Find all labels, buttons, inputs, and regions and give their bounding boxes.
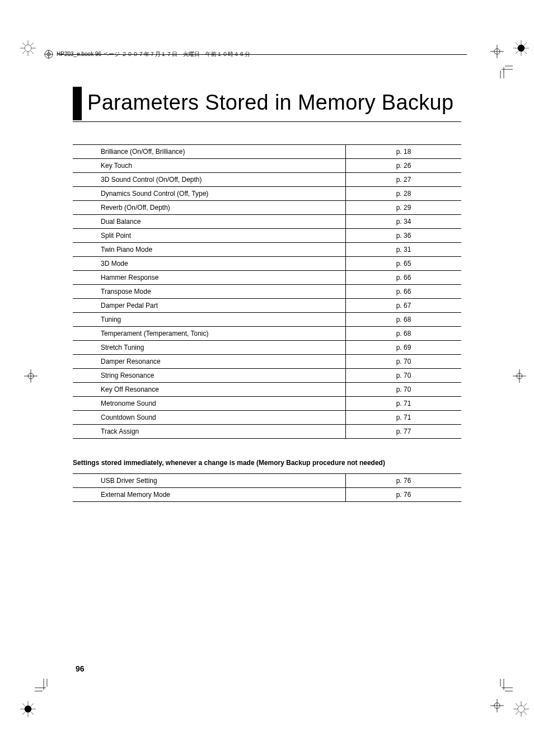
table-row: Brilliance (On/Off, Brilliance)p. 18 — [73, 144, 461, 158]
header-filename-text: HP203_e.book 96 ページ ２００７年７月１７日 火曜日 午前１０時… — [57, 50, 250, 58]
parameter-page-cell: p. 67 — [346, 298, 462, 312]
crop-mark-tr — [496, 62, 513, 78]
svg-line-8 — [22, 51, 25, 54]
svg-line-7 — [31, 43, 34, 45]
parameter-name-cell: Key Off Resonance — [73, 382, 346, 396]
page-number: 96 — [76, 664, 85, 673]
table-row: USB Driver Settingp. 76 — [73, 473, 461, 487]
parameter-name-cell: External Memory Mode — [73, 487, 346, 501]
table-row: Countdown Soundp. 71 — [73, 410, 461, 424]
crop-mark-br — [496, 679, 513, 696]
parameter-page-cell: p. 70 — [346, 368, 462, 382]
parameter-page-cell: p. 76 — [346, 473, 462, 487]
table-row: External Memory Modep. 76 — [73, 487, 461, 501]
page-title: Parameters Stored in Memory Backup — [87, 87, 453, 120]
parameter-page-cell: p. 66 — [346, 270, 462, 284]
svg-line-35 — [516, 712, 518, 715]
parameter-page-cell: p. 66 — [346, 284, 462, 298]
parameter-page-cell: p. 28 — [346, 186, 462, 200]
parameter-name-cell: Metronome Sound — [73, 396, 346, 410]
table-row: Dynamics Sound Control (Off, Type)p. 28 — [73, 186, 461, 200]
table-row: Tuningp. 68 — [73, 312, 461, 326]
reg-mark-mid-left — [24, 369, 38, 383]
table-row: Damper Resonancep. 70 — [73, 354, 461, 368]
parameter-page-cell: p. 26 — [346, 158, 462, 172]
table-row: Stretch Tuningp. 69 — [73, 340, 461, 354]
title-underline — [73, 121, 461, 122]
svg-line-32 — [516, 703, 518, 706]
corner-graphic-bl — [20, 701, 36, 717]
svg-line-15 — [524, 51, 527, 54]
svg-line-24 — [31, 712, 34, 715]
svg-line-33 — [524, 712, 527, 715]
table-row: 3D Sound Control (On/Off, Depth)p. 27 — [73, 172, 461, 186]
table-row: Hammer Responsep. 66 — [73, 270, 461, 284]
parameter-page-cell: p. 70 — [346, 382, 462, 396]
parameter-name-cell: Countdown Sound — [73, 410, 346, 424]
parameter-page-cell: p. 68 — [346, 326, 462, 340]
svg-line-26 — [22, 712, 25, 715]
parameter-page-cell: p. 31 — [346, 242, 462, 256]
parameter-page-cell: p. 76 — [346, 487, 462, 501]
parameter-name-cell: 3D Sound Control (On/Off, Depth) — [73, 172, 346, 186]
svg-line-6 — [31, 51, 34, 54]
table-row: Key Off Resonancep. 70 — [73, 382, 461, 396]
corner-graphic-br — [513, 701, 529, 717]
parameter-name-cell: USB Driver Setting — [73, 473, 346, 487]
parameter-page-cell: p. 71 — [346, 410, 462, 424]
svg-line-17 — [516, 51, 518, 54]
parameter-name-cell: Dynamics Sound Control (Off, Type) — [73, 186, 346, 200]
reg-mark-bottom-right — [490, 699, 504, 712]
parameter-name-cell: Damper Resonance — [73, 354, 346, 368]
table-row: Metronome Soundp. 71 — [73, 396, 461, 410]
parameter-name-cell: Damper Pedal Part — [73, 298, 346, 312]
section-heading-immediate: Settings stored immediately, whenever a … — [73, 459, 461, 467]
reg-mark-top-right — [490, 45, 504, 58]
svg-line-5 — [22, 43, 25, 45]
parameter-name-cell: String Resonance — [73, 368, 346, 382]
svg-line-14 — [516, 43, 518, 45]
parameter-name-cell: Key Touch — [73, 158, 346, 172]
table-row: Key Touchp. 26 — [73, 158, 461, 172]
header-ring-icon — [44, 50, 53, 59]
immediate-settings-table: USB Driver Settingp. 76External Memory M… — [73, 473, 461, 502]
parameter-page-cell: p. 29 — [346, 200, 462, 214]
reg-mark-mid-right — [513, 369, 526, 383]
table-row: Reverb (On/Off, Depth)p. 29 — [73, 200, 461, 214]
svg-point-27 — [518, 706, 524, 712]
parameter-name-cell: Temperament (Temperament, Tonic) — [73, 326, 346, 340]
parameter-name-cell: Track Assign — [73, 424, 346, 438]
parameter-name-cell: Split Point — [73, 228, 346, 242]
svg-point-9 — [518, 45, 524, 51]
svg-line-34 — [524, 703, 527, 706]
parameter-name-cell: Reverb (On/Off, Depth) — [73, 200, 346, 214]
svg-point-18 — [25, 706, 31, 712]
title-black-bar — [73, 87, 82, 120]
parameter-name-cell: Twin Piano Mode — [73, 242, 346, 256]
svg-line-16 — [524, 43, 527, 45]
table-row: String Resonancep. 70 — [73, 368, 461, 382]
parameter-name-cell: Hammer Response — [73, 270, 346, 284]
corner-graphic-tr — [513, 40, 529, 56]
svg-line-25 — [31, 703, 34, 706]
parameter-page-cell: p. 69 — [346, 340, 462, 354]
parameter-page-cell: p. 65 — [346, 256, 462, 270]
table-row: Dual Balancep. 34 — [73, 214, 461, 228]
table-row: Track Assignp. 77 — [73, 424, 461, 438]
parameter-name-cell: Tuning — [73, 312, 346, 326]
table-row: Damper Pedal Partp. 67 — [73, 298, 461, 312]
parameter-page-cell: p. 36 — [346, 228, 462, 242]
svg-line-23 — [22, 703, 25, 706]
parameter-page-cell: p. 27 — [346, 172, 462, 186]
parameter-page-cell: p. 18 — [346, 144, 462, 158]
parameter-page-cell: p. 71 — [346, 396, 462, 410]
table-row: Temperament (Temperament, Tonic)p. 68 — [73, 326, 461, 340]
corner-graphic-tl — [20, 40, 36, 56]
parameter-name-cell: Stretch Tuning — [73, 340, 346, 354]
parameter-page-cell: p. 34 — [346, 214, 462, 228]
parameter-name-cell: Transpose Mode — [73, 284, 346, 298]
parameter-name-cell: Dual Balance — [73, 214, 346, 228]
crop-mark-bl — [35, 679, 51, 696]
parameter-page-cell: p. 68 — [346, 312, 462, 326]
parameters-table: Brilliance (On/Off, Brilliance)p. 18Key … — [73, 144, 461, 439]
